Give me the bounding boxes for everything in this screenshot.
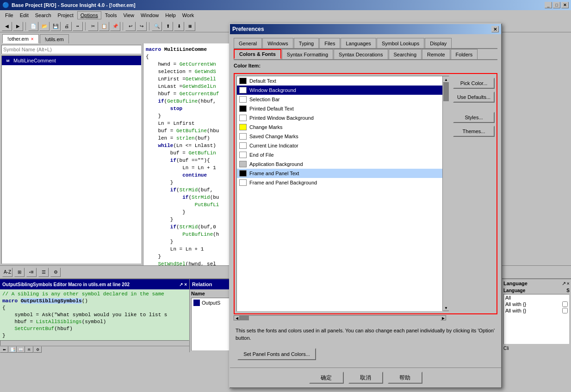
bottom-panel-restore[interactable]: ↗: [179, 282, 183, 287]
tab-general[interactable]: General: [234, 38, 262, 48]
hscroll-left[interactable]: ◀: [234, 316, 240, 320]
toolbar-search4[interactable]: ▦: [185, 22, 195, 31]
menu-search[interactable]: Search: [32, 12, 54, 19]
bottom-hscroll[interactable]: [0, 340, 189, 346]
confirm-cancel-button[interactable]: 取消: [348, 372, 383, 384]
close-button[interactable]: ✕: [561, 2, 569, 8]
bottom-nav-btn5[interactable]: ⚙: [33, 346, 42, 353]
confirm-help-button[interactable]: 帮助: [388, 372, 422, 384]
tab-syntax-decorations[interactable]: Syntax Decorations: [334, 49, 388, 59]
toolbar-search2[interactable]: ⬆: [163, 22, 173, 31]
toolbar-save[interactable]: 💾: [50, 22, 61, 31]
relation-item-icon: [193, 300, 200, 306]
confirm-ok-button[interactable]: 确定: [309, 372, 344, 384]
status-az[interactable]: A-Z: [2, 268, 12, 277]
toolbar-search1[interactable]: 🔍: [152, 22, 162, 31]
color-item-default-text[interactable]: Default Text: [237, 76, 442, 86]
set-panel-fonts-button[interactable]: Set Panel Fonts and Colors...: [237, 348, 316, 360]
menu-project[interactable]: Project: [55, 12, 76, 19]
color-item-saved-change-marks[interactable]: Saved Change Marks: [237, 132, 442, 141]
hscroll-thumb[interactable]: [240, 316, 249, 320]
doc-tab-other[interactable]: !other.em ×: [2, 34, 39, 43]
lang-item-label: All with {}: [505, 308, 526, 313]
menu-window[interactable]: Window: [138, 12, 161, 19]
color-item-current-line[interactable]: Current Line Indicator: [237, 141, 442, 150]
menu-tools[interactable]: Tools: [102, 12, 120, 19]
scroll-up[interactable]: ▲: [443, 76, 449, 83]
color-item-frame-bg[interactable]: Frame and Panel Background: [237, 178, 442, 187]
bottom-nav-btn3[interactable]: 📖: [17, 346, 25, 353]
status-grid[interactable]: ⊞: [14, 268, 25, 277]
doc-tab-utils[interactable]: !utils.em: [40, 34, 69, 43]
doc-tab-other-close[interactable]: ×: [31, 37, 34, 42]
lang-restore[interactable]: ↗: [562, 281, 566, 287]
tab-remote[interactable]: Remote: [422, 49, 450, 59]
lang-item-check2[interactable]: [562, 308, 568, 313]
lang-item-all[interactable]: All: [504, 294, 569, 301]
tab-display[interactable]: Display: [425, 38, 452, 48]
bottom-panel-close[interactable]: ×: [184, 282, 187, 287]
toolbar-back[interactable]: ◀: [2, 22, 12, 31]
use-defaults-button[interactable]: Use Defaults...: [453, 92, 495, 103]
tab-languages[interactable]: Languages: [341, 38, 376, 48]
tab-files[interactable]: Files: [319, 38, 340, 48]
toolbar-search3[interactable]: ⬇: [174, 22, 184, 31]
menu-work[interactable]: Work: [180, 12, 197, 19]
dialog-close-button[interactable]: ✕: [491, 26, 499, 32]
tab-windows[interactable]: Windows: [262, 38, 293, 48]
symbol-item[interactable]: M MultiLineComment: [2, 56, 141, 65]
tab-colors-fonts[interactable]: Colors & Fonts: [234, 49, 281, 59]
color-item-change-marks[interactable]: Change Marks: [237, 122, 442, 132]
hscroll-right[interactable]: ▶: [441, 316, 446, 320]
toolbar-copy[interactable]: 📋: [99, 22, 109, 31]
status-list[interactable]: ☰: [38, 268, 49, 277]
tab-folders[interactable]: Folders: [451, 49, 478, 59]
color-item-label-frame-text: Frame and Panel Text: [249, 171, 299, 176]
menu-view[interactable]: View: [120, 12, 137, 19]
color-list-hscrollbar[interactable]: ◀ ▶: [234, 315, 447, 321]
lang-close[interactable]: ×: [567, 281, 570, 287]
toolbar-b1[interactable]: ▪▪: [73, 22, 83, 31]
tab-syntax-formatting[interactable]: Syntax Formatting: [282, 49, 333, 59]
color-item-frame-text[interactable]: Frame and Panel Text: [237, 169, 442, 178]
bottom-code-area[interactable]: // A sibling is any other symbol declare…: [0, 289, 189, 340]
color-item-app-bg[interactable]: Application Background: [237, 159, 442, 169]
minimize-button[interactable]: _: [545, 2, 552, 8]
lang-label: Language: [503, 281, 528, 287]
lang-item-allwith2[interactable]: All with {}: [504, 307, 569, 314]
color-item-end-of-file[interactable]: End of File: [237, 150, 442, 159]
bottom-nav-btn2[interactable]: 📑: [8, 346, 17, 353]
maximize-button[interactable]: □: [553, 2, 560, 8]
scroll-down[interactable]: ▼: [443, 305, 449, 311]
symbol-search-input[interactable]: [1, 45, 142, 54]
tab-symbol-lookups[interactable]: Symbol Lookups: [377, 38, 424, 48]
color-item-printed-default[interactable]: Printed Default Text: [237, 104, 442, 113]
tab-searching[interactable]: Searching: [389, 49, 422, 59]
bottom-nav-btn1[interactable]: ⬅: [0, 346, 8, 353]
toolbar-cut[interactable]: ✂: [88, 22, 98, 31]
toolbar-paste[interactable]: 📌: [110, 22, 120, 31]
tab-typing[interactable]: Typing: [294, 38, 319, 48]
lang-item-allwith1[interactable]: All with {}: [504, 301, 569, 307]
bottom-nav-btn4[interactable]: R: [25, 346, 33, 353]
scroll-thumb[interactable]: [443, 83, 449, 101]
pick-color-button[interactable]: Pick Color...: [453, 78, 495, 89]
toolbar-print[interactable]: 🖨: [62, 22, 72, 31]
menu-file[interactable]: File: [2, 12, 16, 19]
toolbar-forward[interactable]: ▶: [13, 22, 23, 31]
toolbar-undo[interactable]: ↩: [125, 22, 136, 31]
lang-item-check1[interactable]: [562, 301, 568, 307]
status-dot[interactable]: •⊞: [26, 268, 37, 277]
styles-button[interactable]: Styles...: [453, 112, 495, 123]
color-item-window-bg[interactable]: Window Background: [237, 86, 442, 95]
menu-edit[interactable]: Edit: [17, 12, 31, 19]
toolbar-new[interactable]: 📄: [28, 22, 38, 31]
color-item-selection-bar[interactable]: Selection Bar: [237, 95, 442, 104]
toolbar-redo[interactable]: ↪: [137, 22, 147, 31]
menu-options[interactable]: Options: [77, 11, 101, 19]
menu-help[interactable]: Help: [162, 12, 179, 19]
status-gear[interactable]: ⚙: [50, 268, 61, 277]
color-item-printed-window-bg[interactable]: Printed Window Background: [237, 113, 442, 122]
toolbar-open[interactable]: 📂: [39, 22, 50, 31]
themes-button[interactable]: Themes...: [453, 126, 495, 137]
